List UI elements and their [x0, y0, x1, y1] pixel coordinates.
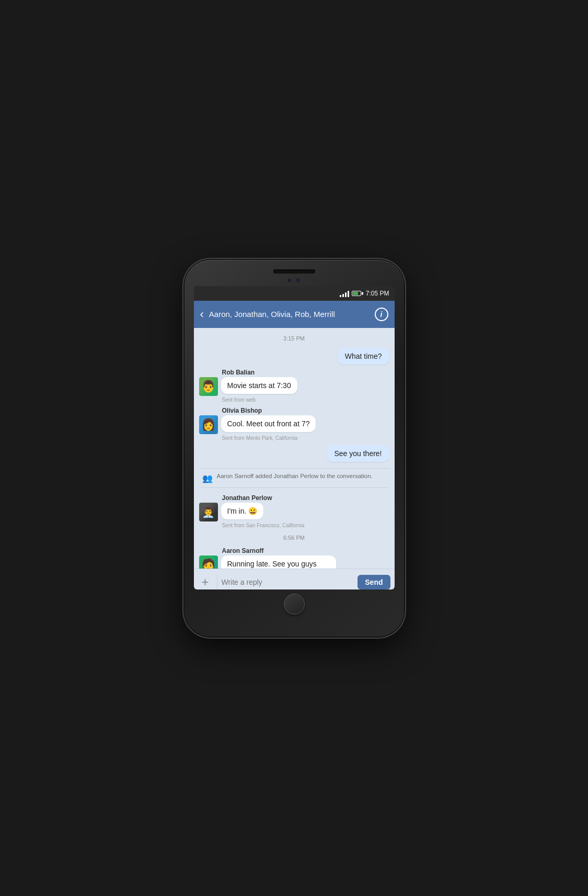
- chat-area: 3:15 PM What time? Rob Balian Movie star…: [194, 328, 395, 569]
- avatar-olivia: [199, 415, 218, 434]
- timestamp-2: 6:56 PM: [199, 535, 389, 541]
- sublabel-rob-1: Sent from web: [222, 397, 389, 403]
- sublabel-olivia-1: Sent from Menlo Park, California: [222, 435, 389, 441]
- message-with-avatar-jonathan: I'm in. 😀: [199, 503, 389, 521]
- add-person-icon: 👥: [202, 473, 213, 483]
- signal-bar-4: [348, 291, 349, 297]
- phone-sensor: [288, 279, 291, 282]
- signal-bars: [340, 290, 349, 297]
- message-with-avatar-aaron: Running late. See you guys inside.: [199, 555, 389, 569]
- send-button[interactable]: Send: [358, 575, 390, 589]
- message-with-avatar-olivia: Cool. Meet out front at 7?: [199, 415, 389, 434]
- attach-button[interactable]: +: [198, 575, 213, 589]
- battery-icon: [352, 291, 361, 296]
- status-bar: 7:05 PM: [194, 286, 395, 301]
- sent-message-1: What time?: [199, 348, 389, 365]
- sent-message-2: See you there!: [199, 445, 389, 462]
- info-button[interactable]: i: [375, 308, 388, 321]
- sublabel-jonathan-1: Sent from San Francisco, California: [222, 523, 389, 528]
- signal-bar-3: [345, 292, 347, 297]
- sender-olivia: Olivia Bishop: [222, 407, 389, 414]
- system-message-1: 👥 Aaron Sarnoff added Jonathan Perlow to…: [199, 468, 389, 488]
- phone-speaker: [273, 269, 315, 274]
- sender-rob: Rob Balian: [222, 369, 389, 376]
- input-bar: + Send: [194, 569, 395, 589]
- signal-bar-2: [342, 294, 344, 297]
- battery-fill: [353, 292, 359, 295]
- avatar-rob: [199, 377, 218, 396]
- sender-aaron: Aaron Sarnoff: [222, 547, 389, 554]
- sender-jonathan: Jonathan Perlow: [222, 494, 389, 502]
- bubble-aaron-1: Running late. See you guys inside.: [221, 555, 336, 569]
- message-jonathan-1: Jonathan Perlow I'm in. 😀 Sent from San …: [199, 494, 389, 528]
- bubble-jonathan-1: I'm in. 😀: [221, 503, 264, 519]
- app-header: ‹ Aaron, Jonathan, Olivia, Rob, Merrill …: [194, 301, 395, 328]
- bubble-sent-1: What time?: [338, 348, 389, 365]
- phone-frame: 7:05 PM ‹ Aaron, Jonathan, Olivia, Rob, …: [185, 260, 404, 637]
- conversation-title: Aaron, Jonathan, Olivia, Rob, Merrill: [209, 310, 370, 319]
- status-time: 7:05 PM: [366, 290, 389, 297]
- bubble-olivia-1: Cool. Meet out front at 7?: [221, 415, 316, 432]
- input-divider: [217, 574, 217, 589]
- reply-input[interactable]: [222, 578, 354, 586]
- back-button[interactable]: ‹: [200, 309, 204, 320]
- phone-camera: [295, 278, 301, 283]
- timestamp-1: 3:15 PM: [199, 335, 389, 342]
- signal-bar-1: [340, 295, 341, 297]
- avatar-jonathan: [199, 503, 218, 521]
- system-message-text: Aaron Sarnoff added Jonathan Perlow to t…: [217, 473, 373, 479]
- bubble-sent-2: See you there!: [327, 445, 389, 462]
- message-olivia-1: Olivia Bishop Cool. Meet out front at 7?…: [199, 407, 389, 441]
- camera-area: [194, 278, 395, 283]
- home-button[interactable]: [284, 594, 305, 615]
- home-area: [194, 594, 395, 615]
- message-rob-1: Rob Balian Movie starts at 7:30 Sent fro…: [199, 369, 389, 403]
- message-with-avatar-rob: Movie starts at 7:30: [199, 377, 389, 396]
- bubble-rob-1: Movie starts at 7:30: [221, 377, 297, 394]
- phone-screen: 7:05 PM ‹ Aaron, Jonathan, Olivia, Rob, …: [194, 286, 395, 589]
- message-aaron-1: Aaron Sarnoff Running late. See you guys…: [199, 547, 389, 569]
- avatar-aaron: [199, 555, 218, 569]
